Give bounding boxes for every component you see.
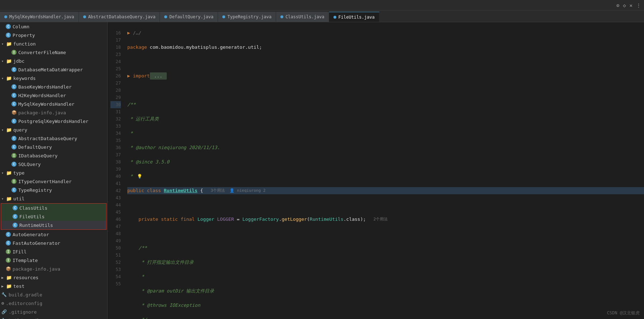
sidebar-item-property[interactable]: C Property: [0, 31, 107, 39]
line-num: 36: [110, 144, 121, 151]
refresh-icon[interactable]: ⊙: [616, 3, 619, 8]
interface-icon: I: [11, 179, 16, 184]
tab-defaultquery[interactable]: DefaultQuery.java: [160, 12, 218, 22]
top-bar: ⊙ ◇ ✕ ⋮: [0, 0, 644, 11]
tab-label: MySqlKeyWordsHandler.java: [9, 14, 74, 19]
sidebar-item-itemplate[interactable]: I ITemplate: [0, 256, 107, 265]
sidebar-item-keywords-folder[interactable]: ▾ 📁 keywords: [0, 74, 107, 82]
sidebar-item-util-folder[interactable]: ▾ 📁 util: [0, 194, 107, 203]
sidebar-item-type-folder[interactable]: ▾ 📁 type: [0, 168, 107, 177]
package-icon: 📦: [6, 266, 11, 271]
code-line: *: [127, 130, 644, 137]
sidebar-item-databasemetadatawrapper[interactable]: C DatabaseMetaDataWrapper: [0, 65, 107, 74]
line-num: 26: [110, 72, 121, 80]
sidebar-item-query-folder[interactable]: ▾ 📁 query: [0, 125, 107, 134]
tab-mysqlkeywords[interactable]: MySqlKeyWordsHandler.java: [0, 12, 79, 22]
code-line: ▶ import ...: [127, 72, 644, 80]
sidebar-item-column[interactable]: C Column: [0, 22, 107, 31]
tabs-bar: MySqlKeyWordsHandler.java AbstractDataba…: [0, 11, 644, 22]
sidebar-item-label: build.gradle: [9, 318, 42, 319]
sidebar-item-label: DefaultQuery: [18, 144, 52, 150]
line-numbers: 16 17 18 23 24 25 26 27 28 29 30 31 32 3…: [108, 22, 124, 319]
sidebar-item-jdbc-folder[interactable]: ▾ 📁 jdbc: [0, 57, 107, 65]
tab-abstractquery[interactable]: AbstractDatabaseQuery.java: [79, 12, 160, 22]
line-num: 43: [110, 194, 121, 201]
sidebar-item-resources-folder[interactable]: ▶ 📁 resources: [0, 273, 107, 282]
sidebar-item-sqlquery[interactable]: C SQLQuery: [0, 160, 107, 168]
line-num: 27: [110, 80, 121, 87]
line-num: 47: [110, 223, 121, 230]
line-num: 52: [110, 259, 121, 266]
code-line: package com.baomidou.mybatisplus.generat…: [127, 44, 644, 51]
arrow-right-icon: ▶: [1, 284, 5, 288]
sidebar-item-label: BaseKeyWordsHandler: [18, 84, 72, 90]
sidebar-item-package-info-root[interactable]: 📦 package-info.java: [0, 265, 107, 273]
sidebar-item-label: Property: [13, 33, 35, 38]
sidebar-item-label: package-info.java: [18, 110, 66, 115]
sidebar-item-runtimeutils[interactable]: C RuntimeUtils: [1, 221, 106, 229]
line-num: 17: [110, 37, 121, 44]
sidebar-item-fastautogenerator[interactable]: C FastAutoGenerator: [0, 239, 107, 247]
class-icon: C: [11, 101, 16, 106]
code-line: * @since 3.5.0: [127, 158, 644, 166]
sidebar-item-package-info-keywords[interactable]: 📦 package-info.java: [0, 108, 107, 117]
sidebar-item-label: test: [13, 284, 24, 289]
line-num: 29: [110, 94, 121, 101]
sidebar-item-function-folder[interactable]: ▾ 📁 function: [0, 39, 107, 48]
line-num: 31: [110, 108, 121, 115]
sidebar-item-label: jdbc: [13, 58, 24, 64]
sidebar-item-label: RuntimeUtils: [19, 223, 53, 228]
line-num: 25: [110, 65, 121, 72]
sidebar-item-classutils[interactable]: C ClassUtils: [1, 204, 106, 212]
tab-label: AbstractDatabaseQuery.java: [88, 14, 156, 19]
interface-icon: I: [6, 249, 11, 254]
close-icon[interactable]: ✕: [630, 3, 633, 8]
sidebar-item-label: Column: [13, 24, 29, 29]
tab-classutils[interactable]: ClassUtils.java: [276, 12, 329, 22]
code-editor[interactable]: 16 17 18 23 24 25 26 27 28 29 30 31 32 3…: [108, 22, 644, 319]
sidebar-item-label: AbstractDatabaseQuery: [18, 136, 77, 141]
tab-dot: [83, 15, 86, 18]
sidebar-item-label: util: [13, 196, 24, 201]
sidebar-item-basekeywordshandler[interactable]: C BaseKeyWordsHandler: [0, 82, 107, 91]
code-content: ▶ /…/ package com.baomidou.mybatisplus.g…: [124, 22, 644, 319]
class-icon: C: [11, 136, 16, 141]
sidebar-item-fileutils[interactable]: C FileUtils: [1, 212, 106, 221]
sidebar-item-build-gradle-2[interactable]: 🔧 build.gradle: [0, 316, 107, 319]
sidebar-item-idatabasequery[interactable]: I IDatabaseQuery: [0, 151, 107, 160]
sidebar-item-postgresqlkeywordshandler[interactable]: C PostgreSqlKeyWordsHandler: [0, 117, 107, 125]
line-num: 49: [110, 237, 121, 244]
sidebar-item-label: FastAutoGenerator: [13, 241, 60, 246]
sidebar-item-gitignore[interactable]: 🔗 .gitignore: [0, 308, 107, 316]
branch-icon[interactable]: ◇: [623, 3, 626, 8]
arrow-down-icon: ▾: [1, 76, 5, 80]
sidebar-item-mysqlkeywordshandler[interactable]: C MySqlKeyWordsHandler: [0, 100, 107, 108]
sidebar-item-editorconfig[interactable]: ⚙ .editorconfig: [0, 299, 107, 308]
sidebar-item-label: package-info.java: [13, 266, 60, 272]
line-num: 51: [110, 252, 121, 259]
sidebar-item-defaultquery[interactable]: C DefaultQuery: [0, 143, 107, 151]
sidebar-item-h2keywordshandler[interactable]: C H2KeyWordsHandler: [0, 91, 107, 100]
sidebar-item-typeregistry[interactable]: C TypeRegistry: [0, 186, 107, 194]
code-line: [127, 230, 644, 237]
code-line: /**: [127, 244, 644, 252]
sidebar-item-label: function: [13, 41, 36, 47]
sidebar-item-itypeconverthandler[interactable]: I ITypeConvertHandler: [0, 177, 107, 186]
sidebar-item-abstractdatabasequery[interactable]: C AbstractDatabaseQuery: [0, 134, 107, 143]
folder-icon: 📁: [6, 58, 12, 64]
sidebar-item-converterfilename[interactable]: I ConverterFileName: [0, 48, 107, 57]
more-icon[interactable]: ⋮: [636, 3, 641, 8]
tab-typeregistry[interactable]: TypeRegistry.java: [218, 12, 276, 22]
class-icon: C: [6, 33, 11, 38]
tab-dot: [333, 16, 336, 19]
line-num: 37: [110, 151, 121, 158]
sidebar-item-autogenerator[interactable]: C AutoGenerator: [0, 230, 107, 239]
line-num: 34: [110, 130, 121, 137]
sidebar-item-ifill[interactable]: I IFill: [0, 247, 107, 256]
sidebar-item-label: IDatabaseQuery: [18, 153, 58, 158]
sidebar-item-test-folder[interactable]: ▶ 📁 test: [0, 282, 107, 290]
line-num: 33: [110, 123, 121, 130]
sidebar-item-build-gradle-1[interactable]: 🔧 build.gradle: [0, 290, 107, 299]
tab-fileutils[interactable]: FileUtils.java: [329, 12, 379, 22]
line-num: 41: [110, 180, 121, 187]
